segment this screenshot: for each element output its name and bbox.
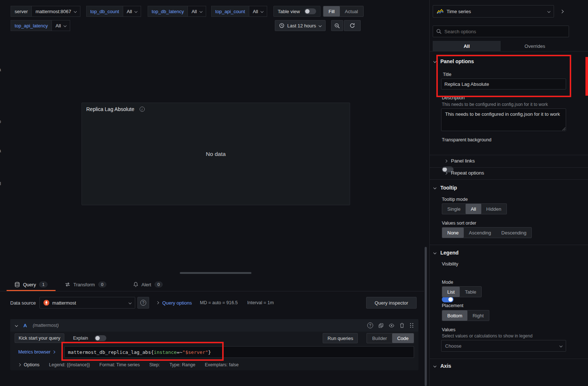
chevron-down-icon [261,10,263,13]
chevron-right-icon [444,171,447,174]
chevron-down-icon [433,60,436,63]
actual-option[interactable]: Actual [340,6,363,16]
title-label: Title [443,72,451,77]
fill-option[interactable]: Fill [323,6,340,16]
description-textarea[interactable]: This needs to be configured in config.js… [441,108,566,131]
values-sort-group: None Ascending Descending [442,227,532,238]
section-panel-options[interactable]: Panel options [434,58,474,64]
visualization-picker[interactable]: Time series [433,5,554,18]
variable-value-dropdown[interactable]: All [52,20,70,31]
variable-value-dropdown[interactable]: mattermost:8067 [31,6,80,17]
expr-metric: mattermost_db_replica_lag_abs [68,349,151,355]
refresh-button[interactable] [344,20,361,31]
repeat-options-toggle[interactable]: Repeat options [445,170,484,176]
panel-preview[interactable]: Replica Lag Absolute No data [81,103,350,205]
tab-query[interactable]: Query 1 [7,279,56,291]
drag-handle-icon[interactable] [410,323,413,328]
legend-mode-table[interactable]: Table [460,287,481,297]
panel-links-toggle[interactable]: Panel links [445,158,475,164]
divider [430,245,588,245]
run-queries-button[interactable]: Run queries [323,333,358,343]
variable-value-dropdown[interactable]: All [123,6,141,17]
legend-values-select[interactable]: Choose [441,340,566,352]
options-toggle[interactable]: Options [18,362,39,367]
info-icon[interactable] [140,107,145,112]
help-icon[interactable] [367,322,373,328]
variable-label: server [11,6,31,17]
datasource-help-button[interactable] [137,297,149,309]
chevron-right-icon [560,9,564,13]
section-axis[interactable]: Axis [434,363,451,369]
datasource-row: Data source mattermost Query options MD … [0,297,424,309]
legend-mode-list[interactable]: List [442,287,460,297]
question-icon [140,300,146,306]
builder-option[interactable]: Builder [367,333,392,343]
tooltip-mode-all[interactable]: All [466,204,481,214]
variable-value-dropdown[interactable]: All [249,6,267,17]
choose-placeholder: Choose [445,343,462,349]
chevron-right-icon [52,351,55,353]
tab-count-badge: 1 [39,282,47,287]
query-options-toggle[interactable]: Query options [162,300,192,306]
chevron-down-icon [547,10,550,13]
time-range-picker[interactable]: Last 12 hours [275,20,326,31]
tab-transform[interactable]: Transform 0 [57,279,114,291]
query-ref-id: A [23,323,27,328]
query-header[interactable]: A (mattermost) [10,319,418,332]
expr-operator: =~ [177,349,182,355]
variable-value: All [56,23,61,28]
search-input[interactable] [444,26,565,37]
kick-start-button[interactable]: Kick start your query [15,333,64,343]
collapse-pane-button[interactable] [556,5,567,18]
tooltip-mode-group: Single All Hidden [442,203,507,214]
editor-tabs: Query 1 Transform 0 Alert 0 [0,279,424,291]
eye-icon[interactable] [389,324,394,328]
tooltip-mode-label: Tooltip mode [442,197,468,202]
transparent-bg-label: Transparent background [442,137,492,142]
zoom-out-button[interactable] [331,20,343,31]
expr-open-brace: { [151,349,154,355]
variable-value-dropdown[interactable]: All [187,6,206,17]
section-tooltip[interactable]: Tooltip [434,185,457,191]
options-sidebar: Time series All Overrides Panel options … [429,0,588,386]
meta-legend: Legend: {{instance}} [49,362,90,367]
promql-expression-input[interactable]: mattermost_db_replica_lag_abs{instance=~… [64,346,414,358]
pane-resize-handle[interactable] [180,272,251,274]
divider [430,359,588,359]
visibility-toggle[interactable] [442,297,454,302]
tooltip-mode-single[interactable]: Single [442,204,466,214]
explain-toggle[interactable] [95,335,106,341]
variable-value: All [191,9,197,14]
duplicate-icon[interactable] [379,323,383,328]
section-legend[interactable]: Legend [434,250,459,256]
placement-bottom[interactable]: Bottom [442,310,467,321]
values-sort-label: Values sort order [442,221,476,226]
tooltip-mode-hidden[interactable]: Hidden [481,204,507,214]
query-datasource-note: (mattermost) [33,323,59,328]
tab-alert[interactable]: Alert 0 [125,279,171,291]
table-view-toggle[interactable] [304,8,316,14]
table-view-control: Table view [273,6,320,17]
datasource-select[interactable]: mattermost [39,297,135,309]
code-option[interactable]: Code [392,333,414,343]
options-label: Options [24,362,39,367]
metrics-browser-link[interactable]: Metrics browser [18,349,64,355]
chevron-down-icon[interactable] [15,324,18,327]
sort-ascending[interactable]: Ascending [464,228,496,238]
panel-title-input[interactable] [441,79,566,89]
placement-right[interactable]: Right [467,310,489,321]
resize-corner-icon[interactable] [562,127,565,130]
scrollbar-thumb[interactable] [425,247,427,386]
variable-top-db-latency: top_db_latency All [148,6,206,17]
chevron-down-icon [433,364,436,367]
sort-none[interactable]: None [442,228,464,238]
tab-all[interactable]: All [433,41,501,51]
visualization-label: Time series [447,9,471,14]
tab-overrides[interactable]: Overrides [501,41,569,51]
query-actions [367,322,413,328]
sort-descending[interactable]: Descending [496,228,532,238]
query-inspector-button[interactable]: Query inspector [366,297,417,309]
placement-group: Bottom Right [442,310,489,321]
trash-icon[interactable] [400,323,404,328]
legend-mode-label: Mode [442,280,453,285]
